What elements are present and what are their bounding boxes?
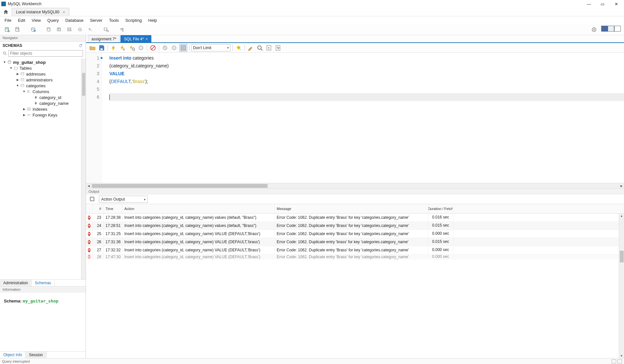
commit-button[interactable] xyxy=(161,44,169,52)
menu-help[interactable]: Help xyxy=(145,17,160,24)
create-view-button[interactable]: + xyxy=(66,26,74,34)
limit-select[interactable]: Don't Limit xyxy=(191,44,230,51)
menu-tools[interactable]: Tools xyxy=(106,17,122,24)
svg-rect-33 xyxy=(21,78,24,81)
wrap-button[interactable] xyxy=(274,44,282,52)
toggle-output-button[interactable] xyxy=(608,26,614,32)
svg-rect-52 xyxy=(140,47,142,49)
window-stack-icon xyxy=(89,196,96,203)
reconnect-button[interactable] xyxy=(118,26,126,34)
tree-column[interactable]: category_name xyxy=(39,101,69,106)
close-icon[interactable]: × xyxy=(146,37,148,41)
maximize-button[interactable]: ▭ xyxy=(596,0,609,7)
refresh-icon[interactable] xyxy=(78,43,83,48)
save-file-button[interactable] xyxy=(98,44,105,52)
output-window-button[interactable] xyxy=(89,195,96,203)
tree-column[interactable]: category_id xyxy=(39,95,61,100)
svg-text:+: + xyxy=(70,30,72,32)
inspector-button[interactable]: i xyxy=(29,26,37,34)
close-window-button[interactable]: ✕ xyxy=(610,0,623,7)
output-v-scrollbar[interactable]: ▲ ▼ xyxy=(619,214,624,358)
editor-tab[interactable]: SQL File 4* × xyxy=(120,35,151,42)
output-row[interactable]: ✕2517:31:25Insert into categories (categ… xyxy=(86,230,624,238)
editor-tabs: assignment 7* SQL File 4* × xyxy=(86,35,624,43)
schema-tree[interactable]: ▼ my_guitar_shop ▼ Tables ▶ addresses ▶ … xyxy=(0,59,86,279)
execute-current-button[interactable] xyxy=(119,44,127,52)
output-row[interactable]: ✕2417:28:51Insert into categories (categ… xyxy=(86,222,624,230)
menu-server[interactable]: Server xyxy=(87,17,105,24)
output-type-select[interactable]: Action Output xyxy=(99,196,148,203)
menu-query[interactable]: Query xyxy=(44,17,62,24)
tree-db[interactable]: my_guitar_shop xyxy=(13,60,46,65)
create-proc-button[interactable]: + xyxy=(76,26,84,34)
create-schema-button[interactable]: + xyxy=(45,26,53,34)
file-sql-icon: SQL+ xyxy=(4,27,10,33)
minimize-button[interactable]: — xyxy=(582,0,595,7)
connection-tab[interactable]: Local instance MySQL80 × xyxy=(12,8,69,16)
toggle-invisible-button[interactable]: ¶ xyxy=(265,44,273,52)
tree-table[interactable]: addresses xyxy=(26,72,46,77)
home-button[interactable] xyxy=(0,8,12,16)
tab-administration[interactable]: Administration xyxy=(0,280,32,286)
tree-columns[interactable]: Columns xyxy=(33,89,49,94)
menu-edit[interactable]: Edit xyxy=(15,17,28,24)
output-row[interactable]: ✕2717:32:32Insert into categories (categ… xyxy=(86,246,624,254)
output-row[interactable]: ✕2817:47:30Insert into categories (categ… xyxy=(86,254,624,259)
execute-button[interactable] xyxy=(110,44,118,52)
tree-foreign-keys[interactable]: Foreign Keys xyxy=(33,113,58,118)
col-time[interactable]: Time xyxy=(104,204,122,213)
svg-rect-37 xyxy=(28,90,28,93)
output-row[interactable]: ✕2617:31:36Insert into categories (categ… xyxy=(86,238,624,246)
new-sql-tab-button[interactable]: SQL+ xyxy=(3,26,11,34)
close-icon[interactable]: × xyxy=(62,10,65,15)
filter-objects-input[interactable] xyxy=(8,50,83,57)
open-file-button[interactable] xyxy=(89,44,96,52)
tab-object-info[interactable]: Object Info xyxy=(0,352,26,358)
toggle-secondary-button[interactable] xyxy=(614,26,621,32)
toggle-sidebar-button[interactable] xyxy=(601,26,608,32)
menu-scripting[interactable]: Scripting xyxy=(122,17,145,24)
svg-rect-48 xyxy=(124,48,124,50)
table-plus-icon: + xyxy=(56,27,62,33)
beautify-button[interactable]: + xyxy=(235,44,243,52)
menu-database[interactable]: Database xyxy=(62,17,87,24)
folder-sql-icon: SQL xyxy=(15,27,21,33)
tree-tables[interactable]: Tables xyxy=(20,66,32,71)
toggle-limit-button[interactable] xyxy=(179,44,187,52)
menu-file[interactable]: File xyxy=(1,17,15,24)
find-button[interactable] xyxy=(256,44,264,52)
connection-tab-label: Local instance MySQL80 xyxy=(16,10,59,14)
menu-bar: File Edit View Query Database Server Too… xyxy=(0,16,624,24)
stop-button[interactable] xyxy=(137,44,145,52)
sql-editor[interactable]: 1 2 3 4 5 6 Insert into categories (cate… xyxy=(86,53,624,183)
tree-indexes[interactable]: Indexes xyxy=(33,107,48,112)
svg-rect-47 xyxy=(100,48,103,50)
explain-button[interactable] xyxy=(128,44,136,52)
info-db-icon: i xyxy=(30,27,36,33)
create-table-button[interactable]: + xyxy=(55,26,63,34)
col-duration[interactable]: Duration / Fetch xyxy=(428,204,453,213)
information-header: Information xyxy=(0,286,86,293)
rollback-button[interactable] xyxy=(170,44,178,52)
output-row[interactable]: ✕2317:28:38Insert into categories (categ… xyxy=(86,214,624,222)
search-table-button[interactable] xyxy=(102,26,110,34)
col-message[interactable]: Message xyxy=(275,204,428,213)
editor-tab[interactable]: assignment 7* xyxy=(88,35,120,42)
toggle-autocommit-button[interactable] xyxy=(149,44,157,52)
tree-table[interactable]: categories xyxy=(26,83,46,88)
tree-table[interactable]: administrators xyxy=(26,77,53,82)
tab-schemas[interactable]: Schemas xyxy=(32,280,55,286)
create-func-button[interactable]: fx+ xyxy=(87,26,94,34)
svg-text:+: + xyxy=(91,30,92,32)
col-num[interactable]: # xyxy=(92,204,104,213)
col-action[interactable]: Action xyxy=(122,204,275,213)
tree-scrollbar[interactable] xyxy=(81,59,86,279)
enterprise-button[interactable] xyxy=(590,26,598,34)
tab-session[interactable]: Session xyxy=(26,352,47,358)
output-header: Output xyxy=(86,188,624,195)
editor-h-scrollbar[interactable]: ◀ ▶ xyxy=(86,183,624,188)
brush-button[interactable] xyxy=(247,44,255,52)
open-sql-button[interactable]: SQL xyxy=(14,26,21,34)
menu-view[interactable]: View xyxy=(28,17,44,24)
svg-text:+: + xyxy=(240,48,241,51)
